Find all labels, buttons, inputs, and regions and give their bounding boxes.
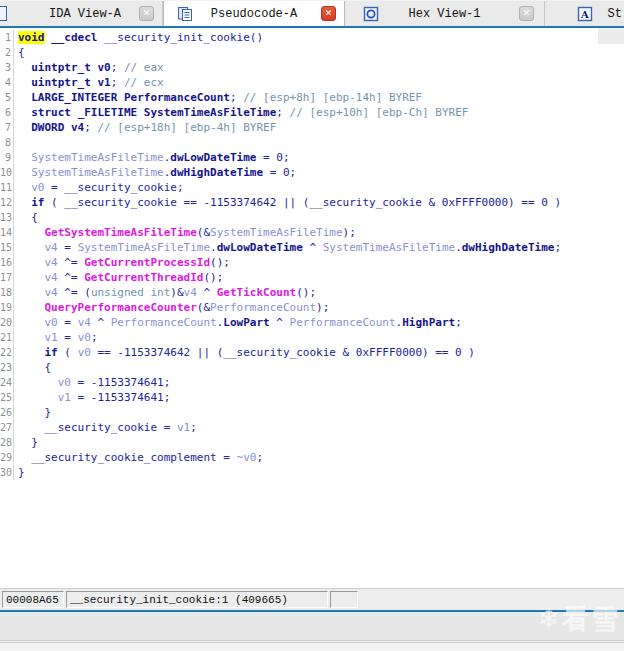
line-number: 19	[0, 300, 14, 315]
code-text: v4 ^= GetCurrentProcessId();	[14, 255, 230, 270]
line-number: 11	[0, 180, 14, 195]
tab-label: Pseudocode-A	[211, 7, 297, 21]
code-line[interactable]: 1void __cdecl __security_init_cookie()	[0, 30, 624, 45]
line-number: 14	[0, 225, 14, 240]
line-number: 7	[0, 120, 14, 135]
code-text: v4 = SystemTimeAsFileTime.dwLowDateTime …	[14, 240, 561, 255]
line-number: 21	[0, 330, 14, 345]
line-number: 3	[0, 60, 14, 75]
close-icon[interactable]: ✕	[519, 6, 534, 21]
tab-ida-view-a[interactable]: IDA View-A ✕	[8, 1, 163, 26]
line-number: 13	[0, 210, 14, 225]
code-text: DWORD v4; // [esp+18h] [ebp-4h] BYREF	[14, 120, 276, 135]
code-line[interactable]: 14 GetSystemTimeAsFileTime(&SystemTimeAs…	[0, 225, 624, 240]
bottom-strip	[0, 643, 624, 651]
tab-structures-partial[interactable]: A St	[545, 1, 624, 26]
tab-label: IDA View-A	[49, 7, 121, 21]
close-icon[interactable]: ✕	[139, 6, 154, 21]
code-text: SystemTimeAsFileTime.dwLowDateTime = 0;	[14, 150, 290, 165]
code-line[interactable]: 4 uintptr_t v1; // ecx	[0, 75, 624, 90]
code-line[interactable]: 28 }	[0, 435, 624, 450]
code-line[interactable]: 24 v0 = -1153374641;	[0, 375, 624, 390]
tab-label: St	[608, 7, 622, 21]
code-listing: 1void __cdecl __security_init_cookie()2{…	[0, 30, 624, 480]
code-line[interactable]: 30}	[0, 465, 624, 480]
code-text: struct _FILETIME SystemTimeAsFileTime; /…	[14, 105, 468, 120]
tab-bar: IDA View-A ✕ Pseudocode-A ✕ Hex View-1 ✕	[0, 0, 624, 26]
code-line[interactable]: 10 SystemTimeAsFileTime.dwHighDateTime =…	[0, 165, 624, 180]
code-text: v0 = v4 ^ PerformanceCount.LowPart ^ Per…	[14, 315, 462, 330]
code-line[interactable]: 15 v4 = SystemTimeAsFileTime.dwLowDateTi…	[0, 240, 624, 255]
ida-window: IDA View-A ✕ Pseudocode-A ✕ Hex View-1 ✕	[0, 0, 624, 651]
code-line[interactable]: 6 struct _FILETIME SystemTimeAsFileTime;…	[0, 105, 624, 120]
hexview-icon	[363, 6, 379, 22]
code-text: v0 = -1153374641;	[14, 375, 170, 390]
line-number: 8	[0, 135, 14, 150]
code-text: }	[14, 465, 25, 480]
line-number: 4	[0, 75, 14, 90]
tab-pseudocode-a[interactable]: Pseudocode-A ✕	[163, 1, 345, 26]
line-number: 18	[0, 285, 14, 300]
code-text: void __cdecl __security_init_cookie()	[14, 30, 263, 45]
code-line[interactable]: 27 __security_cookie = v1;	[0, 420, 624, 435]
line-number: 20	[0, 315, 14, 330]
line-number: 15	[0, 240, 14, 255]
close-icon[interactable]: ✕	[321, 6, 336, 21]
code-line[interactable]: 23 {	[0, 360, 624, 375]
code-line[interactable]: 19 QueryPerformanceCounter(&PerformanceC…	[0, 300, 624, 315]
line-number: 16	[0, 255, 14, 270]
code-text: SystemTimeAsFileTime.dwHighDateTime = 0;	[14, 165, 296, 180]
code-line[interactable]: 29 __security_cookie_complement = ~v0;	[0, 450, 624, 465]
corner-block	[598, 28, 624, 44]
bottom-panel: ❄看雪	[0, 612, 624, 640]
line-number: 26	[0, 405, 14, 420]
line-number: 10	[0, 165, 14, 180]
code-text: {	[14, 45, 25, 60]
code-line[interactable]: 9 SystemTimeAsFileTime.dwLowDateTime = 0…	[0, 150, 624, 165]
code-line[interactable]: 20 v0 = v4 ^ PerformanceCount.LowPart ^ …	[0, 315, 624, 330]
code-line[interactable]: 26 }	[0, 405, 624, 420]
pseudocode-view[interactable]: 1void __cdecl __security_init_cookie()2{…	[0, 28, 624, 588]
status-address: 00008A65	[2, 591, 64, 608]
line-number: 2	[0, 45, 14, 60]
code-text: v4 ^= GetCurrentThreadId();	[14, 270, 223, 285]
code-text: if ( v0 == -1153374642 || (__security_co…	[14, 345, 475, 360]
code-line[interactable]: 8	[0, 135, 624, 150]
code-text: __security_cookie_complement = ~v0;	[14, 450, 263, 465]
code-line[interactable]: 17 v4 ^= GetCurrentThreadId();	[0, 270, 624, 285]
line-number: 23	[0, 360, 14, 375]
line-number: 27	[0, 420, 14, 435]
code-line[interactable]: 5 LARGE_INTEGER PerformanceCount; // [es…	[0, 90, 624, 105]
line-number: 29	[0, 450, 14, 465]
code-line[interactable]: 13 {	[0, 210, 624, 225]
line-number: 24	[0, 375, 14, 390]
code-line[interactable]: 25 v1 = -1153374641;	[0, 390, 624, 405]
code-line[interactable]: 3 uintptr_t v0; // eax	[0, 60, 624, 75]
code-text: v0 = __security_cookie;	[14, 180, 184, 195]
code-line[interactable]: 11 v0 = __security_cookie;	[0, 180, 624, 195]
code-text: QueryPerformanceCounter(&PerformanceCoun…	[14, 300, 329, 315]
status-empty-cell	[330, 591, 358, 608]
tab-hex-view-1[interactable]: Hex View-1 ✕	[345, 1, 545, 26]
status-bar: 00008A65 __security_init_cookie:1 (40966…	[0, 588, 624, 610]
code-text: uintptr_t v0; // eax	[14, 60, 164, 75]
code-line[interactable]: 22 if ( v0 == -1153374642 || (__security…	[0, 345, 624, 360]
code-line[interactable]: 18 v4 ^= (unsigned int)&v4 ^ GetTickCoun…	[0, 285, 624, 300]
code-line[interactable]: 21 v1 = v0;	[0, 330, 624, 345]
code-text: v1 = v0;	[14, 330, 98, 345]
code-text	[14, 135, 18, 150]
cropped-tab-icon	[0, 6, 7, 21]
line-number: 25	[0, 390, 14, 405]
partial-tab-left[interactable]	[0, 1, 8, 26]
code-text: }	[14, 405, 51, 420]
code-line[interactable]: 2{	[0, 45, 624, 60]
code-line[interactable]: 16 v4 ^= GetCurrentProcessId();	[0, 255, 624, 270]
code-text: if ( __security_cookie == -1153374642 ||…	[14, 195, 561, 210]
code-text: __security_cookie = v1;	[14, 420, 197, 435]
code-line[interactable]: 12 if ( __security_cookie == -1153374642…	[0, 195, 624, 210]
code-line[interactable]: 7 DWORD v4; // [esp+18h] [ebp-4h] BYREF	[0, 120, 624, 135]
code-text: GetSystemTimeAsFileTime(&SystemTimeAsFil…	[14, 225, 356, 240]
line-number: 9	[0, 150, 14, 165]
code-text: uintptr_t v1; // ecx	[14, 75, 164, 90]
pseudocode-icon	[177, 6, 193, 22]
